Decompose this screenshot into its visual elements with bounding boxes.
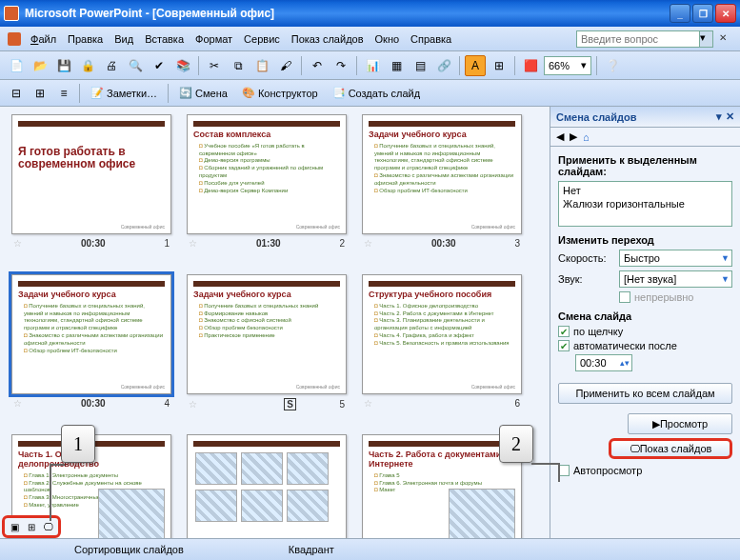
slideshow-view-icon[interactable]: 🖵 (40, 519, 57, 534)
color-icon[interactable]: 🟥 (520, 55, 541, 76)
onclick-checkbox[interactable]: ✔ (558, 326, 570, 337)
spell-icon[interactable]: ✔ (149, 55, 170, 76)
app-logo-icon (4, 6, 19, 21)
taskpane-nav: ◀ ▶ ⌂ (550, 128, 740, 147)
slide-thumbnail[interactable]: Задачи учебного курсаПолучение базовых и… (362, 114, 522, 234)
callout-2: 2 (499, 425, 533, 463)
menu-format[interactable]: Формат (195, 33, 232, 45)
help-icon[interactable]: ❔ (602, 55, 623, 76)
modify-label: Изменить переход (558, 234, 732, 246)
status-view: Сортировщик слайдов (8, 544, 222, 555)
permission-icon[interactable]: 🔒 (77, 55, 98, 76)
print-icon[interactable]: 🖨 (101, 55, 122, 76)
transition-button[interactable]: 🔄Смена (173, 83, 233, 104)
slide-number: 5 (339, 399, 345, 410)
nav-fwd-icon[interactable]: ▶ (570, 130, 577, 143)
undo-icon[interactable]: ↶ (307, 55, 328, 76)
slide-thumbnail[interactable]: Часть 2. Работа с документами в Интернет… (362, 434, 522, 545)
taskpane-body: Применить к выделенным слайдам: Нет Жалю… (550, 147, 740, 545)
loop-checkbox[interactable] (619, 291, 630, 303)
grid-icon[interactable]: ⊞ (489, 55, 510, 76)
notes-button[interactable]: 📝Заметки… (85, 83, 163, 104)
maximize-button[interactable]: ❐ (692, 4, 713, 23)
menu-file[interactable]: Файл (30, 33, 56, 45)
speed-label: Скорость: (558, 252, 613, 264)
paste-icon[interactable]: 📋 (251, 55, 272, 76)
zoom-combo[interactable]: 66%▾ (544, 56, 591, 75)
slide-thumbnail[interactable]: Состав комплексаУчебное пособие «Я готов… (187, 114, 347, 234)
preview-icon[interactable]: 🔍 (125, 55, 146, 76)
menu-insert[interactable]: Вставка (145, 33, 184, 45)
sound-select[interactable]: [Нет звука]▼ (619, 270, 732, 288)
auto-checkbox[interactable]: ✔ (558, 340, 570, 351)
slide-time: 00:30 (81, 238, 106, 249)
close-doc-icon[interactable]: ✕ (719, 32, 732, 46)
ask-input[interactable] (576, 30, 700, 48)
minimize-button[interactable]: _ (670, 4, 690, 23)
onclick-label: по щелчку (573, 326, 623, 337)
chart-icon[interactable]: 📊 (362, 55, 383, 76)
star-icon: ☆ (364, 238, 372, 249)
summary-icon[interactable]: ≡ (53, 83, 74, 104)
save-icon[interactable]: 💾 (53, 55, 74, 76)
speed-select[interactable]: Быстро▼ (619, 250, 732, 267)
copy-icon[interactable]: ⧉ (228, 55, 249, 76)
taskpane-close-icon[interactable]: ✕ (726, 110, 734, 123)
ask-box: ▾ (576, 30, 713, 48)
apply-all-button[interactable]: Применить ко всем слайдам (558, 383, 732, 404)
hyperlink-icon[interactable]: 🔗 (433, 55, 454, 76)
table-icon[interactable]: ▦ (386, 55, 407, 76)
normal-view-icon[interactable]: ▣ (6, 519, 23, 534)
close-button[interactable]: ✕ (715, 4, 736, 23)
slide-thumbnail[interactable]: Я готов работать в современном офисеСовр… (11, 114, 171, 234)
cut-icon[interactable]: ✂ (204, 55, 225, 76)
redo-icon[interactable]: ↷ (330, 55, 351, 76)
menu-window[interactable]: Окно (375, 33, 400, 45)
expand-icon[interactable]: ⊟ (6, 83, 27, 104)
auto-time-spinner[interactable]: 00:30▴▾ (575, 354, 632, 371)
slide-number: 4 (164, 398, 170, 409)
preview-button[interactable]: ▶ Просмотр (628, 413, 732, 434)
slide-sorter[interactable]: Я готов работать в современном офисеСовр… (0, 107, 550, 545)
menu-show[interactable]: Показ слайдов (291, 33, 364, 45)
format-painter-icon[interactable]: 🖌 (275, 55, 296, 76)
slide-thumbnail[interactable]: Структура учебного пособияЧасть 1. Офисн… (362, 274, 522, 394)
ask-dropdown-icon[interactable]: ▾ (700, 30, 713, 48)
new-icon[interactable]: 📄 (6, 55, 27, 76)
taskpane-menu-icon[interactable]: ▾ (716, 110, 722, 123)
slide-number: 6 (514, 398, 520, 409)
app-icon-small[interactable] (8, 32, 21, 46)
autoplay-label: Автопросмотр (573, 465, 642, 476)
menu-bar: Файл Правка Вид Вставка Формат Сервис По… (0, 27, 740, 51)
menu-help[interactable]: Справка (410, 33, 451, 45)
slide-number: 3 (514, 238, 520, 249)
research-icon[interactable]: 📚 (172, 55, 193, 76)
menu-tools[interactable]: Сервис (244, 33, 280, 45)
effect-listbox[interactable]: Нет Жалюзи горизонтальные (558, 181, 732, 227)
anim-icon: S (284, 398, 296, 410)
outline-toolbar: ⊟ ⊞ ≡ 📝Заметки… 🔄Смена 🎨Конструктор 📑Соз… (0, 80, 740, 107)
window-title: Microsoft PowerPoint - [Современный офис… (25, 7, 670, 20)
sound-label: Звук: (558, 273, 613, 285)
slide-thumbnail[interactable]: Современный офис (187, 434, 347, 545)
status-bar: Сортировщик слайдов Квадрант (0, 538, 740, 560)
menu-edit[interactable]: Правка (68, 33, 103, 45)
slide-time: 00:30 (431, 238, 456, 249)
new-slide-button[interactable]: 📑Создать слайд (327, 83, 426, 104)
nav-home-icon[interactable]: ⌂ (583, 131, 590, 143)
designer-button[interactable]: 🎨Конструктор (236, 83, 324, 104)
apply-label: Применить к выделенным слайдам: (558, 154, 732, 177)
slide-thumbnail[interactable]: Задачи учебного курсаПолучение базовых и… (11, 274, 171, 394)
sorter-view-icon[interactable]: ⊞ (23, 519, 40, 534)
tables-borders-icon[interactable]: ▤ (410, 55, 430, 76)
nav-back-icon[interactable]: ◀ (556, 130, 564, 143)
collapse-icon[interactable]: ⊞ (30, 83, 50, 104)
view-switcher: ▣ ⊞ 🖵 (2, 515, 61, 538)
slideshow-button[interactable]: 🖵 Показ слайдов (609, 438, 732, 459)
auto-label: автоматически после (573, 340, 677, 351)
highlight-icon[interactable]: A (465, 55, 486, 76)
slide-thumbnail[interactable]: Задачи учебного курсаПолучение базовых и… (187, 274, 347, 394)
open-icon[interactable]: 📂 (30, 55, 50, 76)
menu-view[interactable]: Вид (114, 33, 133, 45)
standard-toolbar: 📄 📂 💾 🔒 🖨 🔍 ✔ 📚 ✂ ⧉ 📋 🖌 ↶ ↷ 📊 ▦ ▤ 🔗 A ⊞ … (0, 51, 740, 80)
